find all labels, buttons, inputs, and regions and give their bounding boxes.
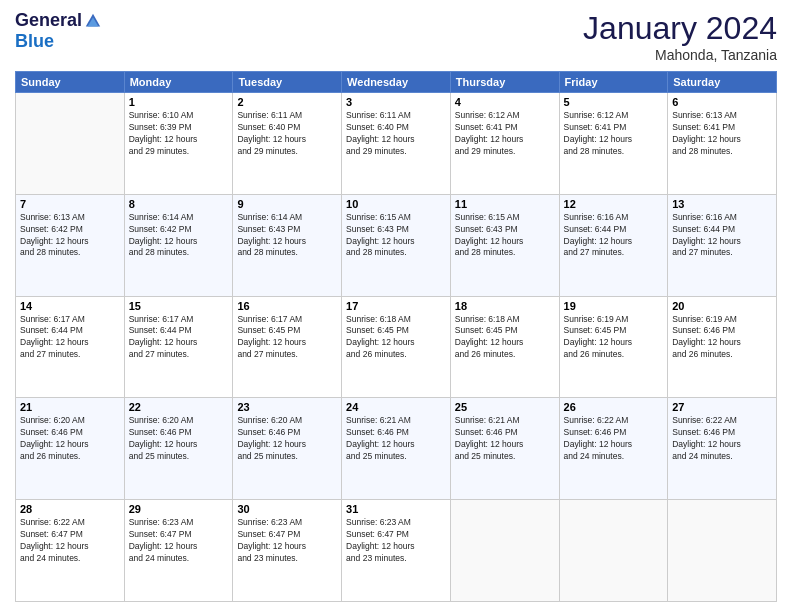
day-number: 17 [346, 300, 446, 312]
day-number: 16 [237, 300, 337, 312]
day-number: 14 [20, 300, 120, 312]
weekday-header-tuesday: Tuesday [233, 72, 342, 93]
day-info: Sunrise: 6:23 AM Sunset: 6:47 PM Dayligh… [237, 517, 337, 565]
weekday-header-sunday: Sunday [16, 72, 125, 93]
day-info: Sunrise: 6:15 AM Sunset: 6:43 PM Dayligh… [346, 212, 446, 260]
calendar-cell: 2Sunrise: 6:11 AM Sunset: 6:40 PM Daylig… [233, 93, 342, 195]
day-info: Sunrise: 6:22 AM Sunset: 6:46 PM Dayligh… [672, 415, 772, 463]
calendar-cell: 25Sunrise: 6:21 AM Sunset: 6:46 PM Dayli… [450, 398, 559, 500]
calendar-cell: 15Sunrise: 6:17 AM Sunset: 6:44 PM Dayli… [124, 296, 233, 398]
calendar-cell: 14Sunrise: 6:17 AM Sunset: 6:44 PM Dayli… [16, 296, 125, 398]
day-number: 22 [129, 401, 229, 413]
day-number: 11 [455, 198, 555, 210]
day-info: Sunrise: 6:22 AM Sunset: 6:46 PM Dayligh… [564, 415, 664, 463]
day-info: Sunrise: 6:15 AM Sunset: 6:43 PM Dayligh… [455, 212, 555, 260]
day-number: 3 [346, 96, 446, 108]
day-number: 4 [455, 96, 555, 108]
day-info: Sunrise: 6:17 AM Sunset: 6:44 PM Dayligh… [129, 314, 229, 362]
calendar-cell: 29Sunrise: 6:23 AM Sunset: 6:47 PM Dayli… [124, 500, 233, 602]
day-info: Sunrise: 6:16 AM Sunset: 6:44 PM Dayligh… [672, 212, 772, 260]
weekday-header-saturday: Saturday [668, 72, 777, 93]
calendar-cell: 8Sunrise: 6:14 AM Sunset: 6:42 PM Daylig… [124, 194, 233, 296]
day-number: 9 [237, 198, 337, 210]
calendar-cell: 24Sunrise: 6:21 AM Sunset: 6:46 PM Dayli… [342, 398, 451, 500]
day-info: Sunrise: 6:20 AM Sunset: 6:46 PM Dayligh… [237, 415, 337, 463]
calendar-cell: 23Sunrise: 6:20 AM Sunset: 6:46 PM Dayli… [233, 398, 342, 500]
day-info: Sunrise: 6:21 AM Sunset: 6:46 PM Dayligh… [455, 415, 555, 463]
logo-blue: Blue [15, 31, 54, 51]
calendar-cell [668, 500, 777, 602]
day-number: 15 [129, 300, 229, 312]
day-number: 19 [564, 300, 664, 312]
day-info: Sunrise: 6:10 AM Sunset: 6:39 PM Dayligh… [129, 110, 229, 158]
day-info: Sunrise: 6:19 AM Sunset: 6:45 PM Dayligh… [564, 314, 664, 362]
calendar-cell: 6Sunrise: 6:13 AM Sunset: 6:41 PM Daylig… [668, 93, 777, 195]
calendar-cell: 22Sunrise: 6:20 AM Sunset: 6:46 PM Dayli… [124, 398, 233, 500]
calendar-week-2: 7Sunrise: 6:13 AM Sunset: 6:42 PM Daylig… [16, 194, 777, 296]
day-number: 6 [672, 96, 772, 108]
day-info: Sunrise: 6:16 AM Sunset: 6:44 PM Dayligh… [564, 212, 664, 260]
day-info: Sunrise: 6:11 AM Sunset: 6:40 PM Dayligh… [346, 110, 446, 158]
title-block: January 2024 Mahonda, Tanzania [583, 10, 777, 63]
day-info: Sunrise: 6:17 AM Sunset: 6:44 PM Dayligh… [20, 314, 120, 362]
day-info: Sunrise: 6:21 AM Sunset: 6:46 PM Dayligh… [346, 415, 446, 463]
calendar-cell: 26Sunrise: 6:22 AM Sunset: 6:46 PM Dayli… [559, 398, 668, 500]
day-info: Sunrise: 6:22 AM Sunset: 6:47 PM Dayligh… [20, 517, 120, 565]
header: General Blue January 2024 Mahonda, Tanza… [15, 10, 777, 63]
day-info: Sunrise: 6:20 AM Sunset: 6:46 PM Dayligh… [20, 415, 120, 463]
location-subtitle: Mahonda, Tanzania [583, 47, 777, 63]
day-info: Sunrise: 6:23 AM Sunset: 6:47 PM Dayligh… [346, 517, 446, 565]
day-number: 1 [129, 96, 229, 108]
page: General Blue January 2024 Mahonda, Tanza… [0, 0, 792, 612]
calendar-cell [450, 500, 559, 602]
day-info: Sunrise: 6:14 AM Sunset: 6:43 PM Dayligh… [237, 212, 337, 260]
day-number: 13 [672, 198, 772, 210]
calendar-cell: 12Sunrise: 6:16 AM Sunset: 6:44 PM Dayli… [559, 194, 668, 296]
calendar-week-3: 14Sunrise: 6:17 AM Sunset: 6:44 PM Dayli… [16, 296, 777, 398]
calendar-cell: 13Sunrise: 6:16 AM Sunset: 6:44 PM Dayli… [668, 194, 777, 296]
day-number: 10 [346, 198, 446, 210]
day-number: 7 [20, 198, 120, 210]
calendar-week-5: 28Sunrise: 6:22 AM Sunset: 6:47 PM Dayli… [16, 500, 777, 602]
calendar-cell: 18Sunrise: 6:18 AM Sunset: 6:45 PM Dayli… [450, 296, 559, 398]
day-number: 12 [564, 198, 664, 210]
calendar-cell [16, 93, 125, 195]
day-number: 2 [237, 96, 337, 108]
calendar-cell: 5Sunrise: 6:12 AM Sunset: 6:41 PM Daylig… [559, 93, 668, 195]
calendar-cell [559, 500, 668, 602]
logo-icon [84, 12, 102, 30]
day-number: 24 [346, 401, 446, 413]
calendar-table: SundayMondayTuesdayWednesdayThursdayFrid… [15, 71, 777, 602]
day-number: 27 [672, 401, 772, 413]
weekday-header-row: SundayMondayTuesdayWednesdayThursdayFrid… [16, 72, 777, 93]
day-info: Sunrise: 6:20 AM Sunset: 6:46 PM Dayligh… [129, 415, 229, 463]
weekday-header-thursday: Thursday [450, 72, 559, 93]
day-number: 30 [237, 503, 337, 515]
calendar-cell: 27Sunrise: 6:22 AM Sunset: 6:46 PM Dayli… [668, 398, 777, 500]
day-info: Sunrise: 6:18 AM Sunset: 6:45 PM Dayligh… [346, 314, 446, 362]
day-info: Sunrise: 6:14 AM Sunset: 6:42 PM Dayligh… [129, 212, 229, 260]
day-info: Sunrise: 6:13 AM Sunset: 6:42 PM Dayligh… [20, 212, 120, 260]
calendar-cell: 4Sunrise: 6:12 AM Sunset: 6:41 PM Daylig… [450, 93, 559, 195]
day-info: Sunrise: 6:19 AM Sunset: 6:46 PM Dayligh… [672, 314, 772, 362]
weekday-header-wednesday: Wednesday [342, 72, 451, 93]
calendar-week-1: 1Sunrise: 6:10 AM Sunset: 6:39 PM Daylig… [16, 93, 777, 195]
day-info: Sunrise: 6:12 AM Sunset: 6:41 PM Dayligh… [455, 110, 555, 158]
month-title: January 2024 [583, 10, 777, 47]
day-number: 26 [564, 401, 664, 413]
day-info: Sunrise: 6:12 AM Sunset: 6:41 PM Dayligh… [564, 110, 664, 158]
calendar-cell: 16Sunrise: 6:17 AM Sunset: 6:45 PM Dayli… [233, 296, 342, 398]
calendar-week-4: 21Sunrise: 6:20 AM Sunset: 6:46 PM Dayli… [16, 398, 777, 500]
calendar-cell: 17Sunrise: 6:18 AM Sunset: 6:45 PM Dayli… [342, 296, 451, 398]
day-info: Sunrise: 6:23 AM Sunset: 6:47 PM Dayligh… [129, 517, 229, 565]
day-number: 23 [237, 401, 337, 413]
calendar-cell: 21Sunrise: 6:20 AM Sunset: 6:46 PM Dayli… [16, 398, 125, 500]
weekday-header-friday: Friday [559, 72, 668, 93]
calendar-cell: 11Sunrise: 6:15 AM Sunset: 6:43 PM Dayli… [450, 194, 559, 296]
day-number: 31 [346, 503, 446, 515]
logo: General Blue [15, 10, 102, 52]
day-number: 29 [129, 503, 229, 515]
day-number: 28 [20, 503, 120, 515]
calendar-cell: 28Sunrise: 6:22 AM Sunset: 6:47 PM Dayli… [16, 500, 125, 602]
calendar-cell: 20Sunrise: 6:19 AM Sunset: 6:46 PM Dayli… [668, 296, 777, 398]
